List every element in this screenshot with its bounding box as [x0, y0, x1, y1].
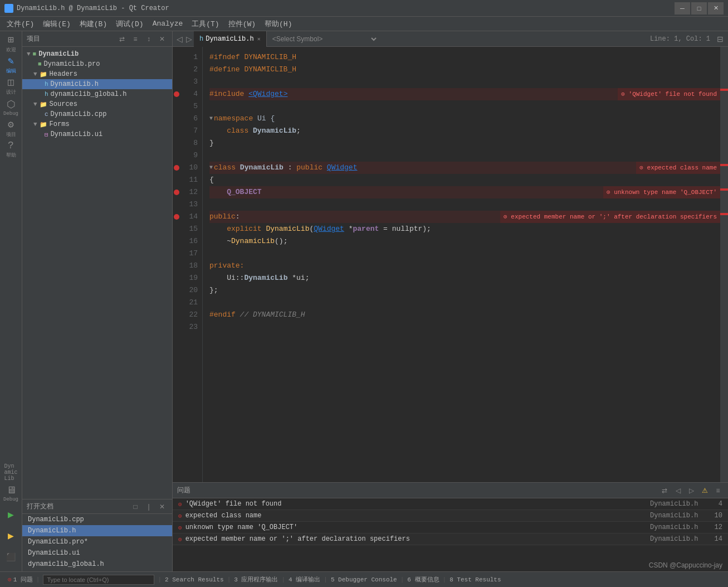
problem-row-4[interactable]: ⊙ expected member name or ';' after decl… [173, 533, 728, 545]
expand-button[interactable]: ↕ [143, 33, 154, 45]
code-text-7b: class [227, 125, 253, 137]
problems-count[interactable]: ⊙ 1 问题 [4, 575, 36, 584]
problem-row-3[interactable]: ⊙ unknown type name 'Q_OBJECT' DynamicLi… [173, 522, 728, 533]
code-line-14: public: ⊙ expected member name or ';' af… [209, 211, 720, 223]
code-text-15e: QWidget [314, 223, 344, 235]
app-output[interactable]: 3 应用程序输出 [231, 575, 281, 584]
compile-output[interactable]: 4 编译输出 [285, 575, 324, 584]
problem-file-2: DynamicLib.h [650, 512, 706, 520]
nav-forward-button[interactable]: ▷ [184, 35, 194, 43]
open-docs-split-btn[interactable]: | [143, 501, 154, 512]
sidebar-item-stop[interactable]: ⬛ [1, 547, 21, 567]
welcome-label: 欢迎 [6, 46, 16, 54]
tree-item-dynamiclib-h[interactable]: h DynamicLib.h [22, 79, 172, 89]
project-folder-icon: ■ [33, 51, 37, 57]
problems-sync-btn[interactable]: ⇄ [659, 485, 670, 496]
fold-arrow-10[interactable]: ▼ [209, 162, 213, 174]
test-results[interactable]: 8 Test Results [446, 576, 504, 583]
open-docs-close-btn[interactable]: ✕ [157, 501, 168, 512]
problem-err-icon-3: ⊙ [178, 524, 182, 531]
menu-item-Analyze[interactable]: Analyze [148, 18, 188, 29]
tree-item-sources[interactable]: ▼ 📁 Sources [22, 99, 172, 109]
menu-item-H[interactable]: 帮助(H) [260, 18, 296, 30]
sidebar-item-project[interactable]: ⚙ 项目 [1, 118, 21, 138]
doc-item-cpp[interactable]: DynamicLib.cpp [22, 514, 172, 525]
summary-info[interactable]: 6 概要信息 [404, 575, 442, 584]
dynamiclib-icon: DynamicLib [4, 463, 17, 482]
menu-item-B[interactable]: 构建(B) [75, 18, 111, 30]
search-results-label: 2 Search Results [165, 576, 224, 583]
dynamiclib-cpp-label: DynamicLib.cpp [51, 110, 107, 118]
tree-item-dynamiclib-pro[interactable]: ■ DynamicLib.pro [22, 59, 172, 69]
sidebar-item-build[interactable]: ▶ [1, 526, 21, 546]
stop-icon: ⬛ [6, 552, 16, 562]
sidebar-item-debug[interactable]: ⬡ Debug [1, 97, 21, 117]
minimize-button[interactable]: ─ [675, 2, 690, 14]
menu-item-T[interactable]: 工具(T) [187, 18, 223, 30]
sep2: | [158, 576, 162, 583]
problem-row-2[interactable]: ⊙ expected class name DynamicLib.h 10 [173, 510, 728, 522]
sync-button[interactable]: ⇄ [116, 33, 128, 45]
sidebar-item-design[interactable]: ◫ 设计 [1, 76, 21, 96]
close-button[interactable]: ✕ [708, 2, 724, 14]
fold-arrow-6[interactable]: ▼ [209, 113, 213, 125]
tree-item-dynamiclib-global-h[interactable]: h dynamiclib_global.h [22, 89, 172, 99]
problems-icon: ⊙ [8, 576, 12, 583]
forms-folder-icon: 📁 [40, 121, 47, 128]
doc-item-ui[interactable]: DynamicLib.ui [22, 547, 172, 559]
sidebar-item-run[interactable]: ▶ [1, 504, 21, 525]
code-editor[interactable]: 12345 678910 1112131415 1617181920 21222… [173, 47, 728, 482]
menu-item-D[interactable]: 调试(D) [111, 18, 148, 30]
locate-input[interactable] [43, 575, 154, 585]
problems-warning-btn[interactable]: ⚠ [699, 485, 710, 496]
problems-prev-btn[interactable]: ◁ [672, 485, 683, 496]
eg-dot-12 [174, 190, 179, 195]
tree-item-headers[interactable]: ▼ 📁 Headers [22, 69, 172, 79]
symbol-selector[interactable]: <Select Symbol> [267, 33, 378, 45]
problems-next-btn[interactable]: ▷ [686, 485, 697, 496]
menu-item-E[interactable]: 编辑(E) [38, 18, 75, 30]
doc-item-pro[interactable]: DynamicLib.pro* [22, 536, 172, 547]
search-bar[interactable] [40, 575, 158, 585]
code-content[interactable]: #ifndef DYNAMICLIB_H #define DYNAMICLIB_… [203, 47, 720, 482]
tree-item-forms[interactable]: ▼ 📁 Forms [22, 119, 172, 129]
tab-close-icon[interactable]: ✕ [257, 36, 261, 42]
code-line-9 [209, 149, 720, 162]
sidebar-item-dynamiclib-bottom[interactable]: DynamicLib [1, 462, 21, 482]
problem-line-1: 4 [706, 500, 722, 508]
doc-item-global[interactable]: dynamiclib_global.h [22, 559, 172, 570]
code-text-15f: * [344, 223, 353, 235]
sidebar-item-edit[interactable]: ✎ 编辑 [1, 55, 21, 75]
tab-dynamiclib-h[interactable]: h DynamicLib.h ✕ [194, 31, 267, 47]
sidebar-icons: ⊞ 欢迎 ✎ 编辑 ◫ 设计 ⬡ Debug ⚙ 项目 ? 帮助 Dynamic… [0, 31, 22, 571]
sidebar-item-help[interactable]: ? 帮助 [1, 139, 21, 159]
sidebar-item-welcome[interactable]: ⊞ 欢迎 [1, 33, 21, 54]
project-label: 项目 [6, 131, 16, 138]
headers-arrow-icon: ▼ [33, 71, 37, 77]
problems-filter-btn[interactable]: ≡ [712, 485, 724, 496]
test-results-label: 8 Test Results [449, 576, 501, 583]
filter-button[interactable]: ≡ [130, 33, 141, 45]
problems-list: ⊙ 'QWidget' file not found DynamicLib.h … [173, 498, 728, 571]
sidebar-item-debug-bottom[interactable]: 🖥 Debug [1, 483, 21, 503]
split-editor-button[interactable]: ⊟ [715, 35, 726, 43]
menu-item-W[interactable]: 控件(W) [224, 18, 260, 30]
nav-back-button[interactable]: ◁ [175, 35, 184, 43]
tree-item-dynamiclib-cpp[interactable]: c DynamicLib.cpp [22, 109, 172, 119]
sep5: | [324, 576, 328, 583]
search-results[interactable]: 2 Search Results [162, 576, 227, 583]
menu-item-F[interactable]: 文件(F) [2, 18, 38, 30]
tree-item-dynamiclib-ui[interactable]: ⊟ DynamicLib.ui [22, 129, 172, 139]
problem-msg-2: expected class name [185, 512, 639, 520]
problems-toolbar: 问题 ⇄ ◁ ▷ ⚠ ≡ [173, 483, 728, 498]
tree-item-dynamiclib[interactable]: ▼ ■ DynamicLib [22, 49, 172, 59]
h-file-icon: h [45, 81, 48, 88]
debugger-console[interactable]: 5 Debugger Console [328, 576, 400, 583]
open-docs-expand-btn[interactable]: □ [130, 501, 141, 512]
doc-item-h[interactable]: DynamicLib.h [22, 525, 172, 536]
problem-row-1[interactable]: ⊙ 'QWidget' file not found DynamicLib.h … [173, 498, 728, 510]
global-h-label: dynamiclib_global.h [51, 90, 127, 98]
close-panel-button[interactable]: ✕ [157, 33, 168, 45]
maximize-button[interactable]: □ [691, 2, 707, 14]
problem-err-icon-2: ⊙ [178, 512, 182, 520]
